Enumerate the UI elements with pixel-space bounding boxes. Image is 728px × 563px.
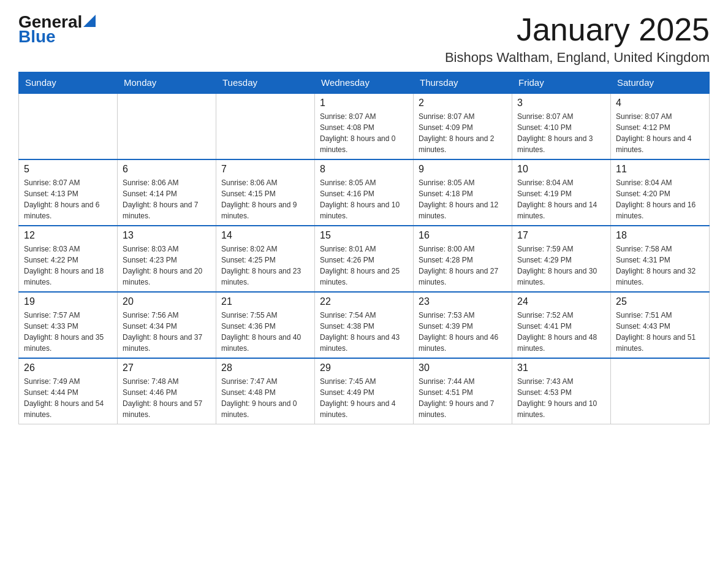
day-number: 18 (616, 230, 704, 241)
day-info: Sunrise: 7:43 AMSunset: 4:53 PMDaylight:… (517, 376, 605, 420)
day-info: Sunrise: 7:54 AMSunset: 4:38 PMDaylight:… (320, 310, 408, 354)
day-number: 23 (419, 296, 507, 307)
day-info: Sunrise: 8:06 AMSunset: 4:14 PMDaylight:… (123, 177, 211, 221)
calendar-title: January 2025 (445, 12, 710, 47)
calendar-cell-1-4: 9Sunrise: 8:05 AMSunset: 4:18 PMDaylight… (414, 159, 512, 226)
header: General Blue January 2025 Bishops Waltha… (18, 12, 710, 66)
calendar-cell-3-6: 25Sunrise: 7:51 AMSunset: 4:43 PMDayligh… (611, 292, 710, 358)
day-info: Sunrise: 8:07 AMSunset: 4:09 PMDaylight:… (419, 111, 507, 155)
day-number: 15 (320, 230, 408, 241)
day-number: 3 (517, 98, 605, 109)
weekday-header-row: SundayMondayTuesdayWednesdayThursdayFrid… (19, 72, 710, 94)
day-number: 13 (123, 230, 211, 241)
calendar-cell-4-3: 29Sunrise: 7:45 AMSunset: 4:49 PMDayligh… (315, 358, 414, 424)
day-number: 17 (517, 230, 605, 241)
day-info: Sunrise: 8:05 AMSunset: 4:18 PMDaylight:… (419, 177, 507, 221)
calendar-cell-3-1: 20Sunrise: 7:56 AMSunset: 4:34 PMDayligh… (118, 292, 216, 358)
day-number: 26 (24, 362, 112, 373)
week-row-1: 1Sunrise: 8:07 AMSunset: 4:08 PMDaylight… (19, 93, 710, 159)
day-number: 2 (419, 98, 507, 109)
weekday-header-monday: Monday (118, 72, 216, 94)
logo: General Blue (18, 12, 96, 47)
weekday-header-sunday: Sunday (19, 72, 118, 94)
calendar-cell-1-3: 8Sunrise: 8:05 AMSunset: 4:16 PMDaylight… (315, 159, 414, 226)
day-number: 14 (221, 230, 309, 241)
day-number: 12 (24, 230, 112, 241)
day-number: 22 (320, 296, 408, 307)
weekday-header-thursday: Thursday (414, 72, 512, 94)
day-info: Sunrise: 7:48 AMSunset: 4:46 PMDaylight:… (123, 376, 211, 420)
day-number: 6 (123, 164, 211, 175)
calendar-table: SundayMondayTuesdayWednesdayThursdayFrid… (18, 72, 710, 424)
calendar-cell-4-1: 27Sunrise: 7:48 AMSunset: 4:46 PMDayligh… (118, 358, 216, 424)
weekday-header-tuesday: Tuesday (216, 72, 315, 94)
day-info: Sunrise: 8:05 AMSunset: 4:16 PMDaylight:… (320, 177, 408, 221)
calendar-cell-0-2 (216, 93, 315, 159)
day-number: 30 (419, 362, 507, 373)
day-number: 28 (221, 362, 309, 373)
day-info: Sunrise: 7:57 AMSunset: 4:33 PMDaylight:… (24, 310, 112, 354)
day-number: 5 (24, 164, 112, 175)
day-info: Sunrise: 8:07 AMSunset: 4:08 PMDaylight:… (320, 111, 408, 155)
day-info: Sunrise: 7:56 AMSunset: 4:34 PMDaylight:… (123, 310, 211, 354)
calendar-cell-0-4: 2Sunrise: 8:07 AMSunset: 4:09 PMDaylight… (414, 93, 512, 159)
day-info: Sunrise: 8:00 AMSunset: 4:28 PMDaylight:… (419, 243, 507, 288)
day-info: Sunrise: 7:53 AMSunset: 4:39 PMDaylight:… (419, 310, 507, 354)
calendar-cell-4-2: 28Sunrise: 7:47 AMSunset: 4:48 PMDayligh… (216, 358, 315, 424)
calendar-cell-2-4: 16Sunrise: 8:00 AMSunset: 4:28 PMDayligh… (414, 226, 512, 292)
day-info: Sunrise: 8:07 AMSunset: 4:13 PMDaylight:… (24, 177, 112, 221)
calendar-cell-4-5: 31Sunrise: 7:43 AMSunset: 4:53 PMDayligh… (512, 358, 611, 424)
calendar-cell-2-6: 18Sunrise: 7:58 AMSunset: 4:31 PMDayligh… (611, 226, 710, 292)
calendar-cell-2-5: 17Sunrise: 7:59 AMSunset: 4:29 PMDayligh… (512, 226, 611, 292)
day-number: 11 (616, 164, 704, 175)
day-number: 7 (221, 164, 309, 175)
day-number: 1 (320, 98, 408, 109)
svg-marker-0 (83, 15, 96, 27)
title-area: January 2025 Bishops Waltham, England, U… (445, 12, 710, 66)
day-info: Sunrise: 8:03 AMSunset: 4:23 PMDaylight:… (123, 243, 211, 288)
day-info: Sunrise: 7:55 AMSunset: 4:36 PMDaylight:… (221, 310, 309, 354)
calendar-cell-1-2: 7Sunrise: 8:06 AMSunset: 4:15 PMDaylight… (216, 159, 315, 226)
day-number: 25 (616, 296, 704, 307)
calendar-cell-4-4: 30Sunrise: 7:44 AMSunset: 4:51 PMDayligh… (414, 358, 512, 424)
day-info: Sunrise: 8:04 AMSunset: 4:20 PMDaylight:… (616, 177, 704, 221)
calendar-cell-2-1: 13Sunrise: 8:03 AMSunset: 4:23 PMDayligh… (118, 226, 216, 292)
week-row-3: 12Sunrise: 8:03 AMSunset: 4:22 PMDayligh… (19, 226, 710, 292)
calendar-cell-0-6: 4Sunrise: 8:07 AMSunset: 4:12 PMDaylight… (611, 93, 710, 159)
calendar-cell-3-0: 19Sunrise: 7:57 AMSunset: 4:33 PMDayligh… (19, 292, 118, 358)
day-info: Sunrise: 8:02 AMSunset: 4:25 PMDaylight:… (221, 243, 309, 288)
day-info: Sunrise: 7:59 AMSunset: 4:29 PMDaylight:… (517, 243, 605, 288)
day-number: 16 (419, 230, 507, 241)
weekday-header-wednesday: Wednesday (315, 72, 414, 94)
calendar-cell-1-1: 6Sunrise: 8:06 AMSunset: 4:14 PMDaylight… (118, 159, 216, 226)
calendar-cell-2-2: 14Sunrise: 8:02 AMSunset: 4:25 PMDayligh… (216, 226, 315, 292)
day-number: 24 (517, 296, 605, 307)
calendar-cell-1-6: 11Sunrise: 8:04 AMSunset: 4:20 PMDayligh… (611, 159, 710, 226)
calendar-cell-3-2: 21Sunrise: 7:55 AMSunset: 4:36 PMDayligh… (216, 292, 315, 358)
logo-triangle-icon (83, 15, 96, 27)
calendar-cell-3-3: 22Sunrise: 7:54 AMSunset: 4:38 PMDayligh… (315, 292, 414, 358)
week-row-4: 19Sunrise: 7:57 AMSunset: 4:33 PMDayligh… (19, 292, 710, 358)
day-info: Sunrise: 7:49 AMSunset: 4:44 PMDaylight:… (24, 376, 112, 420)
day-number: 20 (123, 296, 211, 307)
day-number: 21 (221, 296, 309, 307)
calendar-cell-2-3: 15Sunrise: 8:01 AMSunset: 4:26 PMDayligh… (315, 226, 414, 292)
calendar-cell-0-1 (118, 93, 216, 159)
day-info: Sunrise: 8:06 AMSunset: 4:15 PMDaylight:… (221, 177, 309, 221)
day-info: Sunrise: 8:03 AMSunset: 4:22 PMDaylight:… (24, 243, 112, 288)
calendar-cell-0-3: 1Sunrise: 8:07 AMSunset: 4:08 PMDaylight… (315, 93, 414, 159)
calendar-cell-3-5: 24Sunrise: 7:52 AMSunset: 4:41 PMDayligh… (512, 292, 611, 358)
day-number: 10 (517, 164, 605, 175)
week-row-5: 26Sunrise: 7:49 AMSunset: 4:44 PMDayligh… (19, 358, 710, 424)
day-info: Sunrise: 7:58 AMSunset: 4:31 PMDaylight:… (616, 243, 704, 288)
calendar-cell-1-5: 10Sunrise: 8:04 AMSunset: 4:19 PMDayligh… (512, 159, 611, 226)
day-info: Sunrise: 7:52 AMSunset: 4:41 PMDaylight:… (517, 310, 605, 354)
day-info: Sunrise: 7:47 AMSunset: 4:48 PMDaylight:… (221, 376, 309, 420)
calendar-cell-1-0: 5Sunrise: 8:07 AMSunset: 4:13 PMDaylight… (19, 159, 118, 226)
weekday-header-friday: Friday (512, 72, 611, 94)
calendar-cell-0-0 (19, 93, 118, 159)
day-info: Sunrise: 8:04 AMSunset: 4:19 PMDaylight:… (517, 177, 605, 221)
logo-blue-text: Blue (18, 27, 56, 47)
day-info: Sunrise: 7:44 AMSunset: 4:51 PMDaylight:… (419, 376, 507, 420)
weekday-header-saturday: Saturday (611, 72, 710, 94)
